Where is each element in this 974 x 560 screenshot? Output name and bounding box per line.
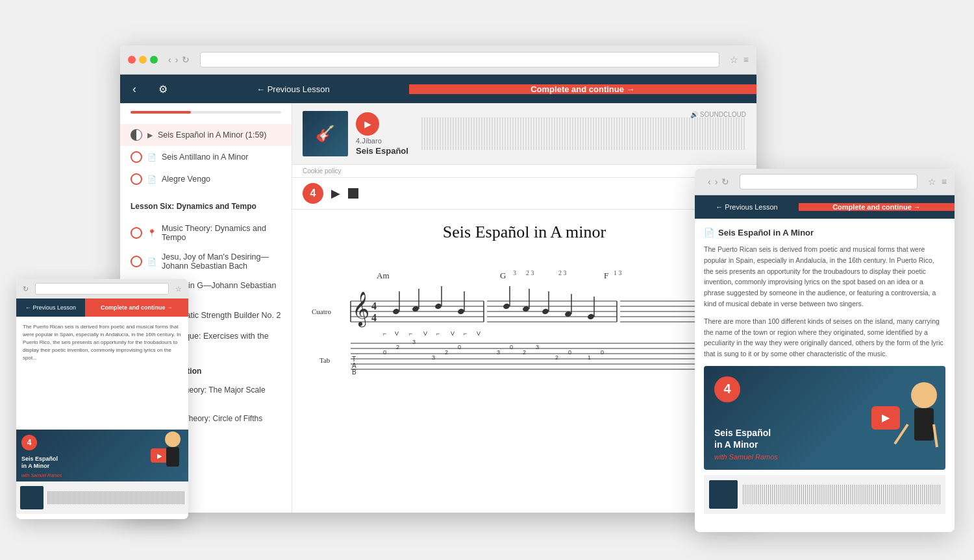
pin-icon: 📍	[147, 229, 156, 237]
avatar-image: 🎸	[303, 111, 348, 156]
menu-icon[interactable]: ≡	[942, 177, 947, 187]
minimize-button[interactable]	[139, 56, 147, 64]
address-bar[interactable]	[200, 52, 719, 67]
right-lesson-text-2: There are more than 100 different kinds …	[704, 316, 945, 359]
right-video-thumbnail[interactable]: 4 Seis Españolin A Minor with Samuel Ram…	[704, 366, 945, 470]
right-previous-lesson-button[interactable]: ← Previous Lesson	[695, 203, 799, 211]
svg-text:0: 0	[383, 349, 386, 356]
right-address-bar[interactable]	[740, 174, 917, 189]
sidebar-item-label: Jesu, Joy of Man's Desiring—Johann Sebas…	[162, 252, 281, 271]
right-sc-avatar	[709, 480, 738, 509]
svg-text:3: 3	[536, 344, 539, 350]
forward-icon[interactable]: ›	[175, 55, 179, 65]
tablet-address-bar[interactable]	[35, 283, 169, 295]
play-icon[interactable]: ▶	[331, 186, 340, 201]
svg-text:0: 0	[601, 349, 604, 356]
right-lesson-content: 📄 Seis Español in A Minor The Puerto Ric…	[695, 219, 955, 532]
sidebar-item-label: Music Theory: Dynamics and Tempo	[162, 224, 281, 242]
sidebar-item-label: Seis Antillano in A Minor	[162, 152, 248, 162]
sidebar-item-seis-espanol[interactable]: ▶ Seis Español in A Minor (1:59)	[120, 124, 292, 146]
right-lesson-title: 📄 Seis Español in A Minor	[704, 228, 945, 237]
tablet-content: The Puerto Rican seis is derived from po…	[16, 317, 188, 430]
complete-continue-button[interactable]: Complete and continue →	[409, 84, 756, 94]
svg-rect-80	[914, 408, 934, 441]
previous-lesson-button[interactable]: ← Previous Lesson	[177, 84, 409, 94]
svg-text:Cuatro: Cuatro	[312, 308, 331, 315]
sidebar-item-dynamics-tempo[interactable]: 📍 Music Theory: Dynamics and Tempo	[120, 219, 292, 247]
circle-icon	[131, 173, 142, 185]
svg-point-45	[587, 313, 595, 321]
sheet-music-subtitle: Tra	[312, 252, 737, 260]
sidebar-item-label: Alegre Vengo	[162, 175, 210, 184]
soundcloud-embed: 🎸 ▶ 4.Jíbaro Seis Español 🔊 SOUNDCLOUD	[292, 103, 756, 165]
svg-text:3: 3	[513, 269, 516, 276]
svg-text:4: 4	[371, 300, 377, 311]
tablet-guitarist	[153, 430, 186, 481]
svg-text:V: V	[423, 330, 427, 337]
svg-text:0: 0	[458, 344, 461, 350]
svg-text:𝄞: 𝄞	[352, 291, 369, 328]
svg-point-33	[434, 303, 442, 310]
forward-icon[interactable]: ›	[715, 177, 718, 187]
svg-text:3: 3	[432, 354, 435, 361]
svg-text:⌐: ⌐	[409, 330, 412, 337]
tablet-video-title: Seis Españolin A Minor	[21, 456, 58, 470]
tablet-video-thumb[interactable]: 4 Seis Españolin A Minor with Samuel Ram…	[16, 430, 188, 481]
tablet-window: ↻ ☆ ← Previous Lesson Complete and conti…	[16, 279, 188, 519]
guitarist-illustration	[888, 379, 940, 470]
svg-line-81	[895, 424, 908, 444]
stop-icon[interactable]	[348, 188, 358, 199]
right-video-subtitle: with Samuel Ramos	[714, 453, 778, 461]
cookie-policy-text[interactable]: Cookie policy	[292, 165, 756, 178]
doc-icon: 📄	[147, 258, 156, 266]
settings-icon[interactable]: ⚙	[149, 75, 177, 103]
tablet-brand-logo: 4	[21, 435, 37, 450]
tablet-sc-waveform	[47, 491, 184, 504]
svg-text:V: V	[395, 330, 399, 337]
right-video-title: Seis Españolin A Minor	[714, 427, 771, 450]
svg-text:1: 1	[588, 354, 591, 361]
sidebar-back-button[interactable]: ‹	[120, 75, 149, 103]
main-content-area: ▶ Seis Español in A Minor (1:59) 📄 Seis …	[120, 103, 756, 513]
circle-icon	[131, 151, 142, 163]
right-complete-continue-button[interactable]: Complete and continue →	[799, 203, 955, 211]
back-icon[interactable]: ‹	[168, 55, 171, 65]
progress-fill	[131, 111, 191, 114]
maximize-button[interactable]	[150, 56, 158, 64]
right-brand-logo: 4	[714, 376, 740, 402]
doc-icon: 📄	[704, 228, 714, 237]
circle-icon	[131, 227, 142, 239]
right-soundcloud-bar	[704, 475, 945, 514]
tablet-refresh-icon[interactable]: ↻	[23, 285, 29, 293]
bookmark-icon[interactable]: ☆	[730, 55, 738, 65]
soundcloud-waveform[interactable]	[421, 117, 746, 150]
svg-text:0: 0	[568, 349, 571, 356]
half-circle-icon	[131, 129, 142, 141]
main-browser-window: ‹ › ↻ ☆ ≡ ‹ ⚙ ← Previous Lesson Complete…	[120, 45, 756, 513]
soundcloud-artist: 4.Jíbaro	[356, 137, 408, 145]
bookmark-icon[interactable]: ☆	[928, 177, 936, 187]
tablet-prev-lesson-button[interactable]: ← Previous Lesson	[16, 298, 85, 317]
svg-text:⌐: ⌐	[436, 330, 440, 337]
svg-text:Am: Am	[377, 271, 390, 280]
tablet-complete-continue-button[interactable]: Complete and continue →	[85, 298, 188, 317]
sheet-music-svg: Am G 3 2 3 2 3 F 1 3	[312, 265, 740, 382]
tablet-bookmark-icon[interactable]: ☆	[175, 285, 182, 293]
sidebar-item-alegre-vengo[interactable]: 📄 Alegre Vengo	[120, 168, 292, 190]
tablet-content-text: The Puerto Rican seis is derived from po…	[23, 323, 182, 362]
lesson-content-area: 🎸 ▶ 4.Jíbaro Seis Español 🔊 SOUNDCLOUD C…	[292, 103, 756, 513]
refresh-icon[interactable]: ↻	[182, 55, 190, 65]
menu-icon[interactable]: ≡	[743, 55, 749, 65]
app-navigation-bar: ‹ ⚙ ← Previous Lesson Complete and conti…	[120, 75, 756, 103]
soundcloud-play-button[interactable]: ▶	[356, 112, 379, 136]
browser-chrome: ‹ › ↻ ☆ ≡	[120, 45, 756, 75]
sidebar-item-jesu[interactable]: 📄 Jesu, Joy of Man's Desiring—Johann Seb…	[120, 247, 292, 276]
back-icon[interactable]: ‹	[708, 177, 711, 187]
svg-text:⌐: ⌐	[464, 330, 467, 337]
refresh-icon[interactable]: ↻	[721, 177, 729, 187]
close-button[interactable]	[128, 56, 136, 64]
sidebar-item-seis-antillano[interactable]: 📄 Seis Antillano in A Minor	[120, 146, 292, 168]
svg-text:⌐: ⌐	[383, 330, 386, 337]
tablet-sc-avatar	[20, 486, 44, 509]
svg-point-79	[911, 382, 937, 408]
